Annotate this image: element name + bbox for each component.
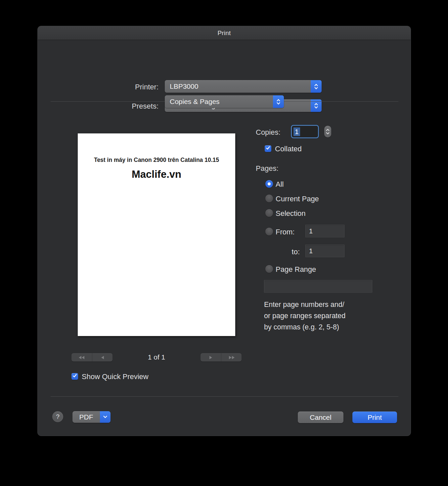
panes-select-value: Copies & Pages (165, 98, 273, 106)
pdf-menu-button[interactable]: PDF (72, 411, 111, 423)
radio-page-range[interactable] (265, 265, 273, 273)
radio-pages-all[interactable] (265, 180, 273, 188)
radio-pages-selection-label: Selection (276, 209, 306, 218)
hint-line: or page ranges separated (264, 310, 377, 321)
collated-label: Collated (275, 145, 302, 153)
first-page-button[interactable] (71, 353, 92, 362)
printer-select[interactable]: LBP3000 (165, 80, 322, 93)
radio-pages-from[interactable] (265, 228, 273, 235)
next-page-button[interactable] (201, 353, 221, 362)
stepper-down-icon (326, 132, 330, 134)
collated-checkbox[interactable] (265, 145, 271, 152)
hint-line: Enter page numbers and/ (264, 299, 377, 310)
to-label: to: (267, 248, 300, 256)
previous-page-button[interactable] (92, 353, 112, 362)
last-page-button[interactable] (221, 353, 242, 362)
print-preview-page: Test in máy in Canon 2900 trên Catalina … (78, 133, 235, 336)
copies-value: 1 (293, 127, 300, 136)
copies-field[interactable]: 1 (291, 125, 319, 138)
print-dialog: Print Printer: LBP3000 Presets: Default … (37, 26, 411, 436)
radio-pages-current[interactable] (265, 195, 273, 202)
help-button[interactable]: ? (52, 411, 63, 422)
presets-label: Presets: (86, 102, 158, 111)
dialog-title: Print (217, 29, 231, 37)
stepper-up-icon (326, 129, 330, 131)
printer-label: Printer: (86, 83, 158, 91)
page-range-hint: Enter page numbers and/ or page ranges s… (264, 299, 377, 333)
page-range-label: Page Range (276, 265, 316, 274)
chevron-up-down-icon (273, 95, 284, 108)
to-page-input[interactable] (305, 245, 344, 257)
chevron-up-down-icon (311, 80, 322, 93)
prev-nav-group (71, 353, 112, 362)
print-button[interactable]: Print (352, 412, 397, 423)
from-label: From: (276, 228, 294, 236)
radio-pages-all-label: All (276, 180, 284, 189)
pages-label: Pages: (256, 164, 279, 173)
print-button-label: Print (368, 413, 382, 421)
copies-label: Copies: (256, 128, 281, 137)
footer-divider (51, 396, 398, 397)
checkmark-icon (72, 373, 77, 379)
chevron-down-icon (100, 411, 111, 423)
cancel-button-label: Cancel (310, 413, 331, 421)
panes-select[interactable]: Copies & Pages (165, 95, 284, 108)
from-page-input[interactable] (305, 225, 344, 237)
question-mark-icon: ? (56, 413, 60, 420)
show-quick-preview-checkbox[interactable] (71, 373, 78, 380)
radio-pages-selection[interactable] (265, 209, 273, 217)
page-range-input[interactable] (264, 280, 372, 293)
preview-text-line1: Test in máy in Canon 2900 trên Catalina … (78, 157, 235, 164)
checkmark-icon (266, 146, 270, 152)
radio-pages-current-label: Current Page (276, 195, 319, 203)
hint-line: by commas (e.g. 2, 5-8) (264, 321, 377, 333)
preview-text-line2: Maclife.vn (78, 169, 235, 180)
copies-stepper[interactable] (324, 126, 331, 137)
cancel-button[interactable]: Cancel (298, 412, 343, 423)
pdf-menu-label: PDF (72, 411, 100, 423)
title-bar: Print (38, 26, 411, 40)
show-quick-preview-label: Show Quick Preview (82, 372, 149, 381)
page-indicator: 1 of 1 (123, 353, 190, 361)
printer-select-value: LBP3000 (165, 82, 311, 90)
next-nav-group (201, 353, 242, 362)
